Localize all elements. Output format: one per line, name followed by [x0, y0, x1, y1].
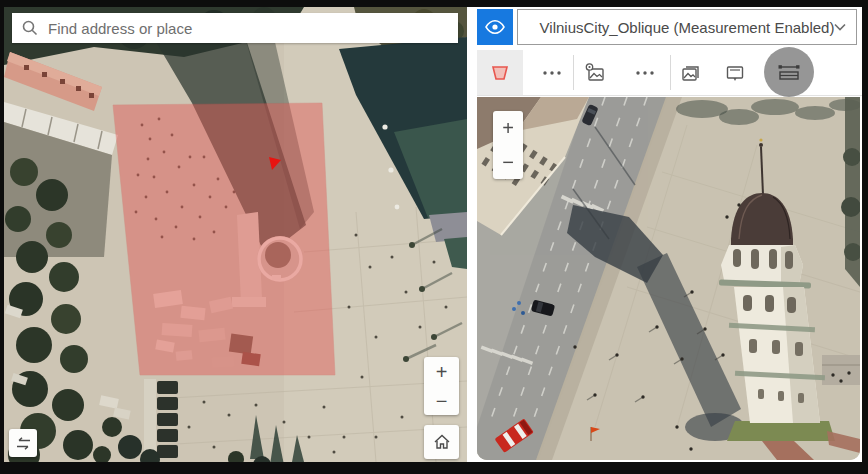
image-point-button[interactable]	[572, 50, 618, 95]
image-gallery-button[interactable]	[667, 50, 713, 95]
home-button[interactable]	[424, 425, 459, 459]
footprint-filter-icon	[488, 62, 512, 84]
image-gallery-icon	[678, 61, 702, 85]
zoom-in-button[interactable]: +	[424, 357, 459, 386]
overflow-menu-right-button[interactable]	[622, 50, 668, 95]
home-icon	[433, 433, 451, 451]
zoom-out-button[interactable]: −	[424, 386, 459, 415]
parked-row	[157, 381, 178, 458]
image-callout-icon	[723, 61, 747, 85]
image-callout-button[interactable]	[712, 50, 758, 95]
oriented-imagery-panel: VilniusCity_Oblique (Measurement Enabled…	[477, 7, 862, 462]
image-point-icon	[583, 61, 607, 85]
measure-button[interactable]	[764, 47, 814, 97]
footprint-filter-button[interactable]	[477, 50, 523, 95]
footprint-overlay-polygon[interactable]	[113, 103, 335, 375]
right-map-zoom-control: + −	[493, 111, 523, 179]
left-map-panel[interactable]: + −	[4, 7, 467, 462]
swap-panels-button[interactable]	[9, 429, 37, 457]
oriented-imagery-header: VilniusCity_Oblique (Measurement Enabled…	[477, 7, 862, 50]
left-map-zoom-control: + −	[424, 357, 459, 415]
imagery-toolbar	[477, 50, 862, 96]
ellipsis-icon	[542, 71, 562, 75]
ellipsis-icon	[635, 71, 655, 75]
layer-dropdown-value: VilniusCity_Oblique (Measurement Enabled…	[540, 19, 835, 36]
overflow-menu-left-button[interactable]	[529, 50, 575, 95]
zoom-in-button[interactable]: +	[493, 111, 523, 145]
measure-icon	[776, 62, 802, 82]
oblique-aerial-image	[477, 97, 860, 460]
chevron-down-icon	[834, 23, 846, 31]
app-window: + − Viln	[0, 0, 868, 474]
viewer-workspace: + − Viln	[4, 7, 862, 462]
layer-dropdown[interactable]: VilniusCity_Oblique (Measurement Enabled…	[517, 9, 857, 45]
left-map-aerial-image	[4, 7, 467, 462]
visibility-toggle-button[interactable]	[477, 9, 513, 45]
search-input[interactable]	[46, 13, 458, 43]
search-box	[12, 13, 458, 43]
eye-icon	[485, 20, 505, 34]
panel-divider[interactable]	[467, 7, 477, 462]
zoom-out-button[interactable]: −	[493, 145, 523, 179]
swap-icon	[15, 436, 32, 451]
oblique-map-view[interactable]: + −	[477, 97, 860, 460]
search-icon	[22, 20, 38, 36]
